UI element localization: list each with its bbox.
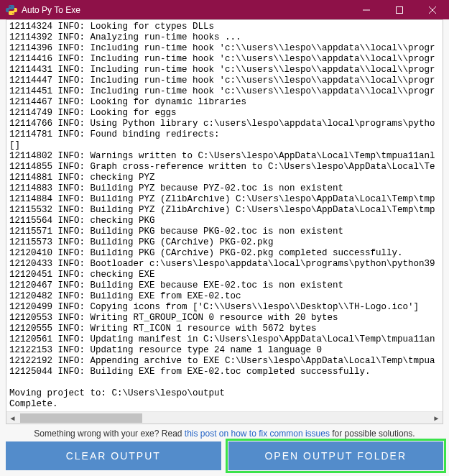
titlebar-left: Auto Py To Exe — [6, 4, 80, 16]
titlebar: Auto Py To Exe — [0, 0, 449, 19]
scroll-left-icon[interactable]: ◄ — [6, 412, 19, 424]
open-output-folder-button[interactable]: OPEN OUTPUT FOLDER — [228, 441, 444, 470]
scroll-thumb[interactable] — [20, 413, 142, 423]
window-title: Auto Py To Exe — [22, 5, 80, 15]
scroll-right-icon[interactable]: ► — [430, 412, 443, 424]
footer-text-prefix: Something wrong with your exe? Read — [34, 429, 184, 439]
button-row: CLEAR OUTPUT OPEN OUTPUT FOLDER — [6, 441, 443, 470]
footer-link[interactable]: this post on how to fix common issues — [185, 429, 330, 439]
horizontal-scrollbar[interactable]: ◄ ► — [6, 411, 443, 424]
svg-rect-0 — [397, 6, 403, 13]
clear-output-button[interactable]: CLEAR OUTPUT — [6, 441, 221, 470]
output-log[interactable]: 12114324 INFO: Looking for ctypes DLLs 1… — [6, 20, 443, 411]
footer-text-suffix: for possible solutions. — [330, 429, 415, 439]
app-window: Auto Py To Exe 12114324 INFO: Looking fo… — [0, 0, 449, 476]
close-button[interactable] — [416, 0, 449, 19]
output-panel: 12114324 INFO: Looking for ctypes DLLs 1… — [6, 19, 443, 424]
footer-note: Something wrong with your exe? Read this… — [6, 424, 443, 441]
app-icon — [6, 4, 17, 16]
maximize-button[interactable] — [383, 0, 416, 19]
minimize-button[interactable] — [350, 0, 383, 19]
titlebar-controls — [350, 0, 449, 19]
content-area: 12114324 INFO: Looking for ctypes DLLs 1… — [0, 19, 449, 476]
scroll-track[interactable] — [19, 412, 430, 424]
